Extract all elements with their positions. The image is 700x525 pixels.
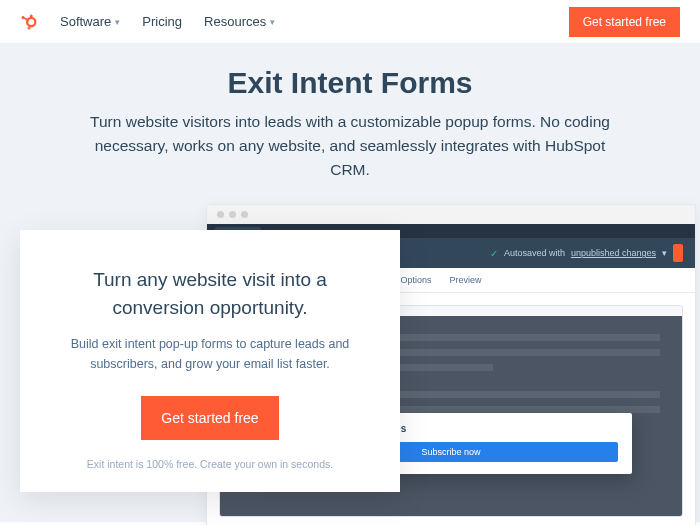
svg-point-0 xyxy=(27,17,35,25)
dot-icon xyxy=(217,211,224,218)
tab-preview[interactable]: Preview xyxy=(450,272,482,288)
autosave-link[interactable]: unpublished changes xyxy=(571,248,656,258)
dot-icon xyxy=(241,211,248,218)
chevron-down-icon: ▾ xyxy=(115,17,120,27)
window-dots xyxy=(207,205,695,224)
nav-label: Pricing xyxy=(142,14,182,29)
chevron-down-icon[interactable]: ▾ xyxy=(662,248,667,258)
svg-point-1 xyxy=(30,14,33,17)
dot-icon xyxy=(229,211,236,218)
check-icon: ✓ xyxy=(490,248,498,259)
chevron-down-icon: ▾ xyxy=(270,17,275,27)
nav-right: Get started free xyxy=(569,7,680,37)
card-fineprint: Exit intent is 100% free. Create your ow… xyxy=(52,458,368,470)
nav-label: Software xyxy=(60,14,111,29)
sprocket-icon xyxy=(20,13,38,31)
promo-card: Turn any website visit into a conversion… xyxy=(20,230,400,492)
publish-button[interactable] xyxy=(673,244,683,262)
nav-pricing[interactable]: Pricing xyxy=(142,14,182,29)
get-started-button[interactable]: Get started free xyxy=(141,396,278,440)
nav-software[interactable]: Software ▾ xyxy=(60,14,120,29)
tab-options[interactable]: Options xyxy=(401,272,432,288)
svg-point-4 xyxy=(28,26,30,28)
nav-label: Resources xyxy=(204,14,266,29)
card-body: Build exit intent pop-up forms to captur… xyxy=(52,335,368,374)
top-nav: Software ▾ Pricing Resources ▾ Get start… xyxy=(0,0,700,44)
nav-links: Software ▾ Pricing Resources ▾ xyxy=(60,14,275,29)
nav-resources[interactable]: Resources ▾ xyxy=(204,14,275,29)
get-started-button[interactable]: Get started free xyxy=(569,7,680,37)
hero: Exit Intent Forms Turn website visitors … xyxy=(0,44,700,182)
stage: Email Subscribers Pop-up ✎ ✓ Autosaved w… xyxy=(0,182,700,522)
page-subtitle: Turn website visitors into leads with a … xyxy=(80,110,620,182)
hubspot-logo[interactable] xyxy=(20,13,38,31)
card-heading: Turn any website visit into a conversion… xyxy=(52,266,368,321)
autosave-text: Autosaved with xyxy=(504,248,565,258)
page-title: Exit Intent Forms xyxy=(30,66,670,100)
editor-status: ✓ Autosaved with unpublished changes ▾ xyxy=(490,244,683,262)
